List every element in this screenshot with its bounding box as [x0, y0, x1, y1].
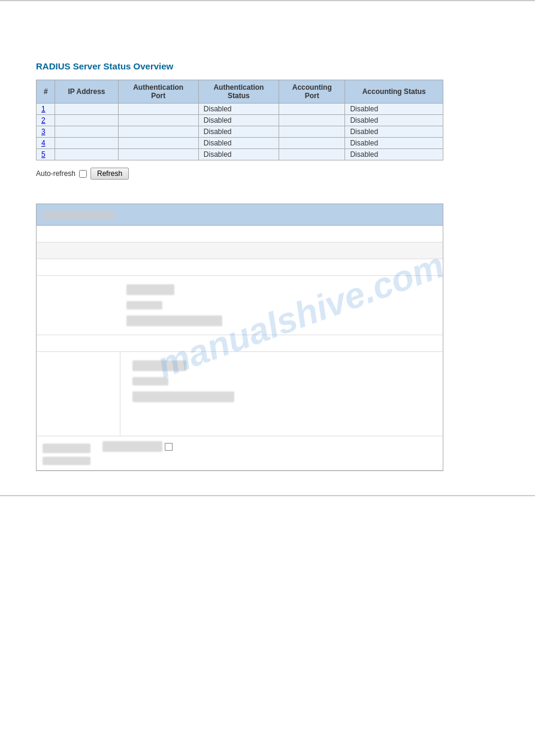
cell-auth-status: Disabled: [198, 149, 279, 160]
row-link-2[interactable]: 2: [41, 116, 46, 125]
cell-num: 5: [37, 149, 55, 160]
cell-num: 4: [37, 138, 55, 149]
cell-auth-port: [118, 115, 198, 126]
cell-num: 2: [37, 115, 55, 126]
lower-row-3: [37, 259, 443, 276]
lower-footer-right: [102, 441, 173, 452]
col-header-auth-port: AuthenticationPort: [118, 80, 198, 104]
row-link-4[interactable]: 4: [41, 139, 46, 147]
col-header-auth-status: AuthenticationStatus: [198, 80, 279, 104]
blurred-block-2b: [132, 377, 168, 385]
blurred-block-1c: [126, 315, 222, 326]
cell-acct-port: [279, 104, 345, 115]
row-link-1[interactable]: 1: [41, 105, 46, 113]
cell-auth-port: [118, 104, 198, 115]
blurred-block-3c: [102, 441, 162, 452]
lower-footer-row: [37, 436, 443, 470]
cell-acct-status: Disabled: [345, 149, 443, 160]
auto-refresh-bar: Auto-refresh Refresh: [36, 168, 499, 180]
blurred-block-1b: [126, 301, 162, 309]
cell-acct-status: Disabled: [345, 126, 443, 138]
cell-acct-port: [279, 126, 345, 138]
blurred-block-2c: [132, 391, 234, 402]
cell-auth-status: Disabled: [198, 104, 279, 115]
blurred-block-3b: [43, 457, 90, 465]
cell-auth-port: [118, 138, 198, 149]
cell-auth-status: Disabled: [198, 138, 279, 149]
cell-ip: [55, 115, 118, 126]
cell-num: 3: [37, 126, 55, 138]
cell-ip: [55, 149, 118, 160]
cell-acct-status: Disabled: [345, 115, 443, 126]
lower-header-blurred-text: [43, 210, 114, 220]
lower-content-section-1: [37, 276, 443, 335]
table-row: 1DisabledDisabled: [37, 104, 443, 115]
col-header-num: #: [37, 80, 55, 104]
cell-ip: [55, 138, 118, 149]
cell-ip: [55, 104, 118, 115]
lower-checkbox-placeholder: [165, 443, 173, 451]
row-link-5[interactable]: 5: [41, 150, 46, 159]
cell-auth-status: Disabled: [198, 126, 279, 138]
auto-refresh-checkbox[interactable]: [79, 170, 87, 178]
refresh-button[interactable]: Refresh: [90, 168, 129, 180]
row-link-3[interactable]: 3: [41, 127, 46, 136]
lower-section-header: [37, 204, 443, 226]
blurred-block-1a: [126, 284, 174, 295]
col-header-acct-status: Accounting Status: [345, 80, 443, 104]
cell-acct-port: [279, 149, 345, 160]
col-header-acct-port: AccountingPort: [279, 80, 345, 104]
auto-refresh-label: Auto-refresh: [36, 169, 75, 178]
blurred-block-3a: [43, 444, 90, 453]
lower-section: [36, 204, 443, 471]
lower-row-1: [37, 226, 443, 242]
bottom-border: [0, 495, 535, 496]
table-row: 2DisabledDisabled: [37, 115, 443, 126]
lower-row-sep: [37, 335, 443, 352]
cell-num: 1: [37, 104, 55, 115]
cell-auth-status: Disabled: [198, 115, 279, 126]
top-border: [0, 0, 535, 1]
table-row: 5DisabledDisabled: [37, 149, 443, 160]
lower-left-col: [37, 352, 120, 436]
col-header-ip: IP Address: [55, 80, 118, 104]
cell-auth-port: [118, 126, 198, 138]
lower-split-section: [37, 352, 443, 436]
table-row: 3DisabledDisabled: [37, 126, 443, 138]
table-row: 4DisabledDisabled: [37, 138, 443, 149]
cell-acct-port: [279, 115, 345, 126]
cell-ip: [55, 126, 118, 138]
lower-row-2: [37, 242, 443, 259]
radius-table: # IP Address AuthenticationPort Authenti…: [36, 80, 443, 160]
page-title: RADIUS Server Status Overview: [36, 61, 499, 71]
cell-acct-port: [279, 138, 345, 149]
cell-auth-port: [118, 149, 198, 160]
cell-acct-status: Disabled: [345, 104, 443, 115]
lower-right-col: [120, 352, 443, 436]
blurred-block-2a: [132, 360, 186, 371]
lower-footer-left: [43, 441, 90, 465]
cell-acct-status: Disabled: [345, 138, 443, 149]
